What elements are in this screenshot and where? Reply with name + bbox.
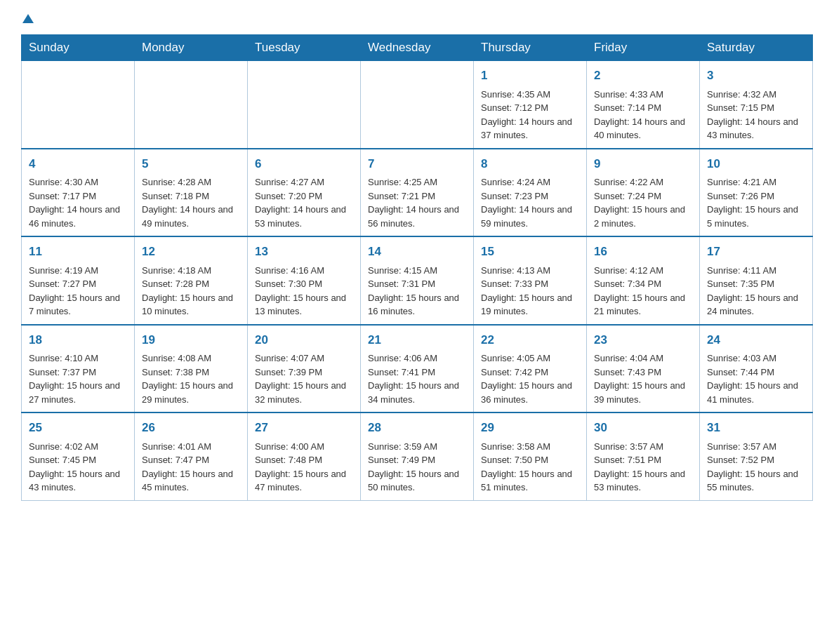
calendar-cell: 23Sunrise: 4:04 AM Sunset: 7:43 PM Dayli… xyxy=(587,325,700,413)
header xyxy=(21,14,813,23)
calendar-week-row: 25Sunrise: 4:02 AM Sunset: 7:45 PM Dayli… xyxy=(22,412,813,500)
day-info: Sunrise: 4:00 AM Sunset: 7:48 PM Dayligh… xyxy=(255,440,353,495)
calendar-cell: 24Sunrise: 4:03 AM Sunset: 7:44 PM Dayli… xyxy=(700,325,813,413)
day-info: Sunrise: 4:16 AM Sunset: 7:30 PM Dayligh… xyxy=(255,264,353,318)
day-number: 28 xyxy=(368,419,466,437)
day-info: Sunrise: 4:12 AM Sunset: 7:34 PM Dayligh… xyxy=(594,264,692,318)
day-number: 29 xyxy=(481,419,579,437)
day-info: Sunrise: 4:13 AM Sunset: 7:33 PM Dayligh… xyxy=(481,264,579,318)
day-number: 23 xyxy=(594,331,692,349)
calendar-cell: 10Sunrise: 4:21 AM Sunset: 7:26 PM Dayli… xyxy=(700,149,813,237)
day-number: 19 xyxy=(142,331,240,349)
day-number: 2 xyxy=(594,67,692,85)
day-info: Sunrise: 4:22 AM Sunset: 7:24 PM Dayligh… xyxy=(594,175,692,230)
day-info: Sunrise: 4:33 AM Sunset: 7:14 PM Dayligh… xyxy=(594,88,692,142)
header-friday: Friday xyxy=(587,35,700,61)
day-number: 10 xyxy=(707,155,805,173)
header-tuesday: Tuesday xyxy=(248,35,361,61)
day-info: Sunrise: 4:03 AM Sunset: 7:44 PM Dayligh… xyxy=(707,351,805,406)
calendar-cell: 18Sunrise: 4:10 AM Sunset: 7:37 PM Dayli… xyxy=(22,325,135,413)
calendar-cell xyxy=(22,61,135,149)
day-number: 18 xyxy=(29,331,127,349)
day-info: Sunrise: 4:27 AM Sunset: 7:20 PM Dayligh… xyxy=(255,175,353,230)
day-number: 5 xyxy=(142,155,240,173)
calendar-week-row: 18Sunrise: 4:10 AM Sunset: 7:37 PM Dayli… xyxy=(22,325,813,413)
calendar-cell: 8Sunrise: 4:24 AM Sunset: 7:23 PM Daylig… xyxy=(474,149,587,237)
day-info: Sunrise: 4:21 AM Sunset: 7:26 PM Dayligh… xyxy=(707,175,805,230)
day-info: Sunrise: 4:04 AM Sunset: 7:43 PM Dayligh… xyxy=(594,351,692,406)
day-number: 6 xyxy=(255,155,353,173)
day-info: Sunrise: 4:08 AM Sunset: 7:38 PM Dayligh… xyxy=(142,351,240,406)
day-info: Sunrise: 4:01 AM Sunset: 7:47 PM Dayligh… xyxy=(142,440,240,495)
day-number: 9 xyxy=(594,155,692,173)
calendar-cell: 20Sunrise: 4:07 AM Sunset: 7:39 PM Dayli… xyxy=(248,325,361,413)
calendar-cell: 21Sunrise: 4:06 AM Sunset: 7:41 PM Dayli… xyxy=(361,325,474,413)
calendar-cell: 26Sunrise: 4:01 AM Sunset: 7:47 PM Dayli… xyxy=(135,412,248,500)
calendar-cell: 31Sunrise: 3:57 AM Sunset: 7:52 PM Dayli… xyxy=(700,412,813,500)
day-number: 17 xyxy=(707,243,805,261)
day-number: 13 xyxy=(255,243,353,261)
header-saturday: Saturday xyxy=(700,35,813,61)
calendar-header-row: SundayMondayTuesdayWednesdayThursdayFrid… xyxy=(22,35,813,61)
day-number: 12 xyxy=(142,243,240,261)
day-info: Sunrise: 3:57 AM Sunset: 7:51 PM Dayligh… xyxy=(594,440,692,495)
day-info: Sunrise: 3:59 AM Sunset: 7:49 PM Dayligh… xyxy=(368,440,466,495)
header-thursday: Thursday xyxy=(474,35,587,61)
calendar-cell: 27Sunrise: 4:00 AM Sunset: 7:48 PM Dayli… xyxy=(248,412,361,500)
day-info: Sunrise: 4:05 AM Sunset: 7:42 PM Dayligh… xyxy=(481,351,579,406)
calendar-cell: 2Sunrise: 4:33 AM Sunset: 7:14 PM Daylig… xyxy=(587,61,700,149)
day-info: Sunrise: 4:35 AM Sunset: 7:12 PM Dayligh… xyxy=(481,88,579,142)
day-number: 20 xyxy=(255,331,353,349)
day-info: Sunrise: 4:07 AM Sunset: 7:39 PM Dayligh… xyxy=(255,351,353,406)
day-info: Sunrise: 4:19 AM Sunset: 7:27 PM Dayligh… xyxy=(29,264,127,318)
calendar-cell: 25Sunrise: 4:02 AM Sunset: 7:45 PM Dayli… xyxy=(22,412,135,500)
day-info: Sunrise: 4:28 AM Sunset: 7:18 PM Dayligh… xyxy=(142,175,240,230)
calendar-cell xyxy=(135,61,248,149)
calendar-cell: 9Sunrise: 4:22 AM Sunset: 7:24 PM Daylig… xyxy=(587,149,700,237)
day-number: 22 xyxy=(481,331,579,349)
calendar-cell: 12Sunrise: 4:18 AM Sunset: 7:28 PM Dayli… xyxy=(135,236,248,325)
calendar-cell: 6Sunrise: 4:27 AM Sunset: 7:20 PM Daylig… xyxy=(248,149,361,237)
calendar-cell: 29Sunrise: 3:58 AM Sunset: 7:50 PM Dayli… xyxy=(474,412,587,500)
day-info: Sunrise: 4:10 AM Sunset: 7:37 PM Dayligh… xyxy=(29,351,127,406)
day-number: 21 xyxy=(368,331,466,349)
day-number: 1 xyxy=(481,67,579,85)
day-number: 25 xyxy=(29,419,127,437)
day-info: Sunrise: 3:57 AM Sunset: 7:52 PM Dayligh… xyxy=(707,440,805,495)
day-info: Sunrise: 4:15 AM Sunset: 7:31 PM Dayligh… xyxy=(368,264,466,318)
calendar-cell: 7Sunrise: 4:25 AM Sunset: 7:21 PM Daylig… xyxy=(361,149,474,237)
calendar-cell: 30Sunrise: 3:57 AM Sunset: 7:51 PM Dayli… xyxy=(587,412,700,500)
calendar-cell: 3Sunrise: 4:32 AM Sunset: 7:15 PM Daylig… xyxy=(700,61,813,149)
calendar-cell: 13Sunrise: 4:16 AM Sunset: 7:30 PM Dayli… xyxy=(248,236,361,325)
day-number: 11 xyxy=(29,243,127,261)
day-info: Sunrise: 4:30 AM Sunset: 7:17 PM Dayligh… xyxy=(29,175,127,230)
day-number: 4 xyxy=(29,155,127,173)
calendar-cell: 17Sunrise: 4:11 AM Sunset: 7:35 PM Dayli… xyxy=(700,236,813,325)
day-info: Sunrise: 4:32 AM Sunset: 7:15 PM Dayligh… xyxy=(707,88,805,142)
calendar-cell xyxy=(248,61,361,149)
day-number: 31 xyxy=(707,419,805,437)
calendar-week-row: 4Sunrise: 4:30 AM Sunset: 7:17 PM Daylig… xyxy=(22,149,813,237)
day-number: 30 xyxy=(594,419,692,437)
calendar-table: SundayMondayTuesdayWednesdayThursdayFrid… xyxy=(21,34,813,501)
day-info: Sunrise: 4:25 AM Sunset: 7:21 PM Dayligh… xyxy=(368,175,466,230)
day-number: 8 xyxy=(481,155,579,173)
calendar-cell: 1Sunrise: 4:35 AM Sunset: 7:12 PM Daylig… xyxy=(474,61,587,149)
day-info: Sunrise: 4:11 AM Sunset: 7:35 PM Dayligh… xyxy=(707,264,805,318)
calendar-cell: 28Sunrise: 3:59 AM Sunset: 7:49 PM Dayli… xyxy=(361,412,474,500)
day-info: Sunrise: 4:18 AM Sunset: 7:28 PM Dayligh… xyxy=(142,264,240,318)
day-number: 14 xyxy=(368,243,466,261)
calendar-week-row: 11Sunrise: 4:19 AM Sunset: 7:27 PM Dayli… xyxy=(22,236,813,325)
calendar-cell: 22Sunrise: 4:05 AM Sunset: 7:42 PM Dayli… xyxy=(474,325,587,413)
calendar-cell: 11Sunrise: 4:19 AM Sunset: 7:27 PM Dayli… xyxy=(22,236,135,325)
day-number: 7 xyxy=(368,155,466,173)
logo-triangle-icon xyxy=(22,14,34,23)
day-info: Sunrise: 4:24 AM Sunset: 7:23 PM Dayligh… xyxy=(481,175,579,230)
logo xyxy=(21,14,34,23)
day-info: Sunrise: 4:06 AM Sunset: 7:41 PM Dayligh… xyxy=(368,351,466,406)
calendar-cell: 14Sunrise: 4:15 AM Sunset: 7:31 PM Dayli… xyxy=(361,236,474,325)
calendar-cell: 4Sunrise: 4:30 AM Sunset: 7:17 PM Daylig… xyxy=(22,149,135,237)
header-monday: Monday xyxy=(135,35,248,61)
header-sunday: Sunday xyxy=(22,35,135,61)
day-number: 16 xyxy=(594,243,692,261)
